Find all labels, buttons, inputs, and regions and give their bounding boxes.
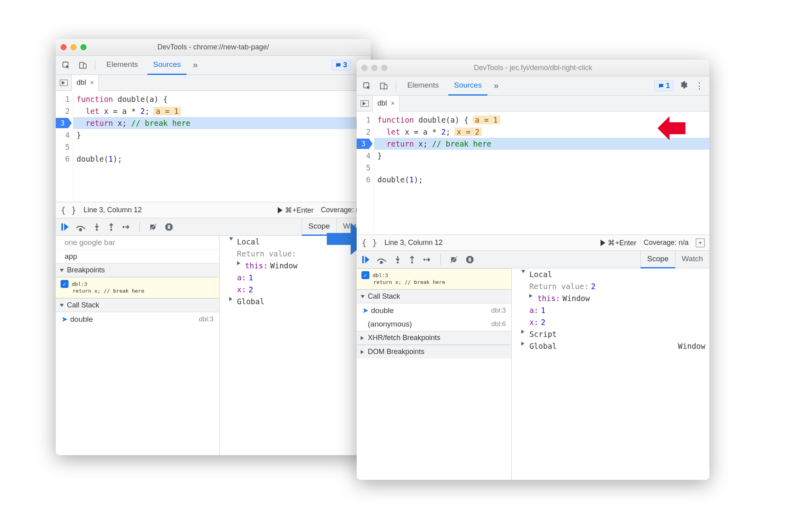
- step-into-icon[interactable]: [394, 255, 401, 264]
- breakpoints-header[interactable]: Breakpoints: [56, 263, 219, 277]
- pause-exceptions-icon[interactable]: [465, 255, 474, 264]
- close-tab-icon[interactable]: ×: [389, 100, 395, 107]
- tab-sources[interactable]: Sources: [448, 76, 487, 96]
- callstack-header[interactable]: Call Stack: [56, 298, 219, 312]
- titlebar[interactable]: DevTools - jec.fyi/demo/dbl-right-click: [357, 60, 709, 76]
- expand-panel-icon[interactable]: ▾: [696, 239, 705, 247]
- code-token: return: [387, 139, 414, 148]
- svg-point-19: [424, 258, 426, 260]
- file-tab-dbl[interactable]: dbl ×: [72, 75, 99, 91]
- step-icon[interactable]: [423, 255, 432, 264]
- breakpoint-marker[interactable]: 3: [357, 139, 373, 149]
- scope-global[interactable]: GlobalW: [220, 295, 371, 307]
- navigator-toggle-icon[interactable]: [56, 75, 72, 91]
- inspect-element-icon[interactable]: [361, 80, 373, 92]
- code-editor[interactable]: 1 2 3 4 5 6 function double(a) {a = 1 le…: [357, 111, 709, 235]
- file-tab-dbl[interactable]: dbl ×: [373, 96, 400, 111]
- scope-panel: Local Return value: 2 this: Window a: 1 …: [512, 268, 709, 480]
- code-token: double(: [377, 175, 409, 184]
- debugger-toolbar: Scope Watch: [56, 218, 371, 236]
- line-gutter: 1 2 3 4 5 6: [56, 91, 73, 202]
- svg-rect-22: [469, 258, 470, 262]
- svg-rect-14: [384, 84, 387, 89]
- inline-value: x = 2: [454, 127, 482, 136]
- step-over-icon[interactable]: [377, 255, 387, 264]
- callstack-frame[interactable]: ➤double dbl:3: [56, 312, 219, 326]
- scope-global[interactable]: GlobalWindow: [512, 340, 709, 352]
- minimize-window-button[interactable]: [71, 44, 77, 50]
- file-tab-label: dbl: [377, 99, 387, 108]
- debugger-buttons: [56, 222, 179, 232]
- close-tab-icon[interactable]: ×: [88, 79, 94, 86]
- svg-point-17: [397, 261, 399, 263]
- close-window-button[interactable]: [361, 65, 367, 71]
- callstack-frame[interactable]: ➤double dbl:3: [357, 303, 511, 317]
- step-icon[interactable]: [122, 223, 131, 231]
- maximize-window-button[interactable]: [80, 44, 86, 50]
- xhr-breakpoints-header[interactable]: XHR/fetch Breakpoints: [357, 331, 511, 345]
- callstack-frame[interactable]: (anonymous) dbl:6: [357, 317, 511, 331]
- tab-sources[interactable]: Sources: [147, 56, 186, 75]
- scope-script[interactable]: Script: [512, 328, 709, 340]
- run-icon[interactable]: [278, 207, 283, 213]
- line-number: 1: [56, 93, 70, 105]
- code-token: let: [86, 107, 99, 115]
- minimize-window-button[interactable]: [371, 65, 377, 71]
- titlebar[interactable]: DevTools - chrome://new-tab-page/: [56, 39, 371, 56]
- breakpoint-item[interactable]: dbl:3 return x; // break here: [357, 268, 511, 289]
- file-tab-label: dbl: [77, 78, 86, 87]
- close-window-button[interactable]: [61, 44, 67, 50]
- pause-exceptions-icon[interactable]: [165, 223, 173, 231]
- code-token: 1: [108, 155, 113, 163]
- svg-rect-15: [362, 256, 364, 263]
- dom-breakpoints-header[interactable]: DOM Breakpoints: [357, 345, 511, 358]
- breakpoint-checkbox[interactable]: [61, 280, 69, 288]
- step-into-icon[interactable]: [93, 223, 100, 231]
- code-token: function: [77, 95, 113, 104]
- more-tabs-icon[interactable]: »: [190, 60, 200, 70]
- scope-this[interactable]: this: Window: [220, 260, 371, 272]
- breakpoint-marker[interactable]: 3: [56, 118, 72, 128]
- tab-watch[interactable]: Watch: [675, 251, 709, 268]
- inspect-element-icon[interactable]: [60, 59, 73, 72]
- settings-icon[interactable]: [677, 80, 689, 92]
- code-token: 1: [409, 175, 414, 184]
- maximize-window-button[interactable]: [381, 65, 387, 71]
- issues-badge[interactable]: 3: [332, 60, 351, 70]
- step-out-icon[interactable]: [108, 223, 115, 231]
- code-editor[interactable]: 1 2 3 4 5 6 function double(a) { let x =…: [56, 91, 371, 202]
- cursor-position: Line 3, Column 12: [84, 206, 142, 214]
- callstack-header[interactable]: Call Stack: [357, 289, 511, 303]
- code-token: x;: [414, 139, 432, 148]
- breakpoint-checkbox[interactable]: [361, 271, 369, 279]
- scope-var-a: a: 1: [220, 272, 371, 284]
- step-out-icon[interactable]: [408, 255, 416, 264]
- deactivate-breakpoints-icon[interactable]: [149, 223, 157, 231]
- more-tabs-icon[interactable]: »: [491, 81, 501, 91]
- divider: [139, 222, 140, 232]
- tab-scope[interactable]: Scope: [640, 251, 675, 268]
- navigator-toggle-icon[interactable]: [357, 96, 373, 111]
- list-item[interactable]: app: [56, 250, 219, 263]
- code-token: );: [414, 175, 423, 184]
- deactivate-breakpoints-icon[interactable]: [450, 255, 458, 264]
- device-toggle-icon[interactable]: [77, 59, 89, 72]
- run-icon[interactable]: [601, 240, 605, 246]
- svg-point-4: [80, 229, 82, 231]
- scope-local[interactable]: Local: [512, 268, 709, 280]
- code-token: double(: [77, 155, 108, 163]
- resume-icon[interactable]: [362, 255, 369, 264]
- tab-elements[interactable]: Elements: [402, 76, 444, 96]
- pretty-print-icon[interactable]: { }: [361, 238, 377, 248]
- resume-icon[interactable]: [61, 223, 69, 231]
- breakpoint-item[interactable]: dbl:3 return x; // break here: [56, 277, 219, 298]
- tab-elements[interactable]: Elements: [101, 56, 143, 75]
- issues-badge[interactable]: 1: [654, 80, 673, 91]
- pretty-print-icon[interactable]: { }: [61, 205, 77, 215]
- more-menu-icon[interactable]: ⋮: [693, 81, 705, 91]
- issues-count: 1: [666, 82, 670, 90]
- main-toolbar: Elements Sources » 1 ⋮: [357, 76, 709, 96]
- scope-this[interactable]: this: Window: [512, 292, 709, 304]
- device-toggle-icon[interactable]: [377, 80, 390, 92]
- step-over-icon[interactable]: [76, 223, 86, 231]
